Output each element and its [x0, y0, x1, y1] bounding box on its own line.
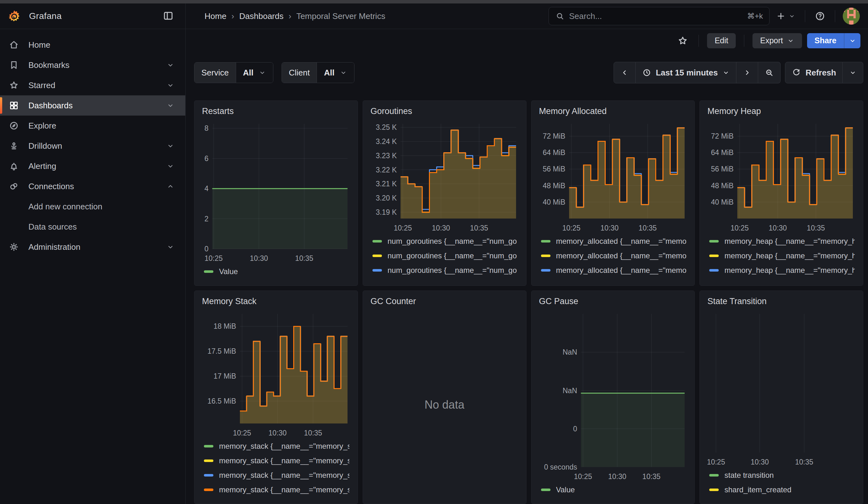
legend-item[interactable]: memory_heap {__name__="memory_h — [709, 265, 855, 275]
svg-text:10:25: 10:25 — [233, 429, 251, 437]
sidebar-item-bookmarks[interactable]: Bookmarks — [0, 55, 185, 75]
variable-label: Client — [282, 63, 317, 83]
search-input[interactable] — [569, 11, 743, 21]
variable-value[interactable]: All — [236, 63, 273, 83]
panel-title[interactable]: Memory Heap — [707, 106, 856, 116]
breadcrumb-dashboards[interactable]: Dashboards — [239, 11, 283, 21]
panel-title[interactable]: Goroutines — [371, 106, 519, 116]
chevron-down-icon — [166, 81, 175, 89]
dashboard-toolbar: Edit Export Share — [186, 29, 868, 52]
legend-item[interactable]: shard_item_created — [709, 485, 855, 495]
brand-title: Grafana — [29, 11, 62, 21]
share-dropdown-button[interactable] — [844, 33, 860, 48]
timeseries-chart[interactable]: 18 MiB17.5 MiB17 MiB16.5 MiB10:2510:3010… — [202, 310, 351, 439]
variable-label: Service — [194, 63, 236, 83]
legend-item[interactable]: num_goroutines {__name__="num_go — [372, 251, 518, 261]
svg-text:10:25: 10:25 — [574, 472, 592, 481]
legend-color-dash — [204, 270, 213, 273]
chevron-down-icon — [849, 37, 856, 44]
legend-item[interactable]: memory_stack {__name__="memory_s — [204, 485, 349, 495]
legend-item[interactable]: state transition — [709, 470, 855, 480]
refresh-label: Refresh — [806, 68, 836, 78]
sidebar-item-alerting[interactable]: Alerting — [0, 156, 185, 176]
sidebar-item-add-new-connection[interactable]: Add new connection — [0, 196, 185, 217]
sidebar-item-starred[interactable]: Starred — [0, 75, 185, 95]
grafana-logo-icon[interactable] — [7, 9, 21, 23]
legend-item[interactable]: num_goroutines {__name__="num_go — [372, 236, 518, 246]
svg-text:10:30: 10:30 — [250, 254, 268, 263]
main-content: Home › Dashboards › Temporal Server Metr… — [186, 3, 868, 504]
svg-text:10:35: 10:35 — [795, 458, 813, 466]
sidebar-item-explore[interactable]: Explore — [0, 116, 185, 136]
svg-text:NaN: NaN — [562, 348, 577, 356]
sidebar-item-data-sources[interactable]: Data sources — [0, 217, 185, 237]
legend-item[interactable]: num_goroutines {__name__="num_go — [372, 265, 518, 275]
timeseries-chart[interactable]: 3.25 K3.24 K3.23 K3.22 K3.21 K3.20 K3.19… — [370, 120, 519, 234]
sidebar-item-home[interactable]: Home — [0, 35, 185, 55]
legend-item[interactable]: num_goroutines {__name__="num_go — [372, 280, 518, 281]
legend-item[interactable]: memory_allocated {__name__="memo — [541, 280, 686, 281]
sidebar-item-administration[interactable]: Administration — [0, 237, 185, 257]
search-box[interactable]: ⌘+k — [549, 7, 769, 25]
legend-item[interactable]: memory_heap {__name__="memory_h — [709, 236, 855, 246]
help-button[interactable] — [813, 9, 827, 23]
sidebar-item-label: Drilldown — [28, 141, 62, 151]
sidebar-item-drilldown[interactable]: Drilldown — [0, 136, 185, 156]
legend-item[interactable]: memory_allocated {__name__="memo — [541, 236, 686, 246]
legend-item[interactable]: memory_stack {__name__="memory_s — [204, 470, 349, 480]
sidebar-item-label: Explore — [28, 121, 56, 131]
refresh-button[interactable]: Refresh — [785, 62, 843, 83]
sidebar-item-dashboards[interactable]: Dashboards — [0, 95, 185, 116]
legend-label: num_goroutines {__name__="num_go — [388, 266, 517, 275]
legend-item[interactable]: memory_stack {__name__="memory_s — [204, 441, 349, 451]
chart-legend: Value — [202, 264, 351, 281]
variable-filter-client[interactable]: ClientAll — [281, 62, 354, 83]
chevron-down-icon — [340, 69, 347, 76]
sidebar-nav: HomeBookmarksStarredDashboardsExploreDri… — [0, 29, 185, 257]
favorite-star-button[interactable] — [675, 33, 690, 48]
timeseries-chart[interactable]: 8642010:2510:3010:35 — [202, 120, 351, 264]
mega-menu-toggle-button[interactable] — [161, 8, 176, 24]
share-button[interactable]: Share — [807, 33, 844, 48]
svg-text:10:25: 10:25 — [394, 224, 412, 232]
legend-color-dash — [541, 240, 550, 243]
sidebar-item-connections[interactable]: Connections — [0, 176, 185, 196]
panel-title[interactable]: GC Counter — [371, 297, 519, 306]
timeseries-chart[interactable]: 72 MiB64 MiB56 MiB48 MiB40 MiB10:2510:30… — [707, 120, 856, 234]
legend-item[interactable]: Value — [541, 485, 686, 495]
panel-title[interactable]: Memory Stack — [202, 297, 351, 306]
svg-text:17.5 MiB: 17.5 MiB — [207, 347, 236, 355]
svg-text:10:25: 10:25 — [731, 224, 749, 232]
zoom-out-button[interactable] — [758, 62, 781, 83]
legend-item[interactable]: memory_allocated {__name__="memo — [541, 251, 686, 261]
export-button[interactable]: Export — [753, 33, 802, 48]
edit-button[interactable]: Edit — [707, 33, 736, 48]
user-avatar[interactable] — [843, 8, 860, 25]
timeseries-chart[interactable]: 72 MiB64 MiB56 MiB48 MiB40 MiB10:2510:30… — [538, 120, 688, 234]
panel-title[interactable]: GC Pause — [539, 297, 688, 306]
svg-text:10:35: 10:35 — [642, 472, 661, 481]
time-back-button[interactable] — [613, 62, 636, 83]
svg-text:10:35: 10:35 — [304, 429, 322, 437]
legend-item[interactable]: memory_heap {__name__="memory_h — [709, 251, 855, 261]
svg-text:48 MiB: 48 MiB — [711, 182, 734, 190]
breadcrumb-home[interactable]: Home — [205, 11, 226, 21]
panel-title[interactable]: Restarts — [202, 106, 351, 116]
panel-title[interactable]: Memory Allocated — [539, 106, 688, 116]
legend-item[interactable]: memory_heap {__name__="memory_h — [709, 280, 855, 281]
timeseries-chart[interactable]: 10:2510:3010:35 — [707, 310, 856, 468]
legend-item[interactable]: Value — [204, 267, 349, 277]
timeseries-chart[interactable]: NaNNaN00 seconds10:2510:3010:35 — [538, 310, 688, 482]
new-button[interactable] — [774, 9, 797, 23]
time-range-picker[interactable]: Last 15 minutes — [636, 62, 737, 83]
variable-filter-service[interactable]: ServiceAll — [194, 62, 273, 83]
time-forward-button[interactable] — [736, 62, 758, 83]
legend-item[interactable]: memory_stack {__name__="memory_s — [204, 456, 349, 466]
sidebar-item-label: Dashboards — [28, 101, 73, 111]
panel-memory-allocated: Memory Allocated 72 MiB64 MiB56 MiB48 Mi… — [531, 101, 695, 286]
legend-item[interactable]: memory_allocated {__name__="memo — [541, 265, 686, 275]
panel-title[interactable]: State Transition — [707, 297, 856, 306]
chevron-up-icon — [166, 182, 175, 191]
refresh-interval-button[interactable] — [843, 62, 863, 83]
variable-value[interactable]: All — [317, 63, 354, 83]
